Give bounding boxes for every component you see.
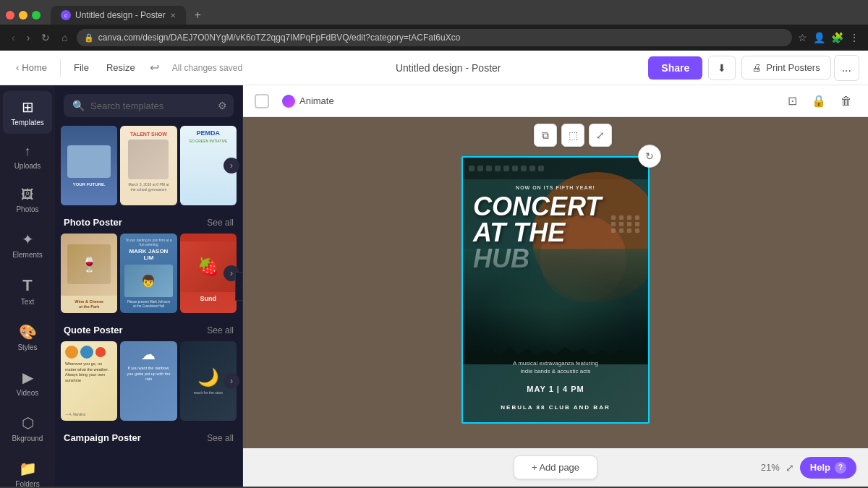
float-actions: ⧉ ⬚ ⤢ xyxy=(534,124,612,147)
more-options-button[interactable]: ... xyxy=(834,55,859,81)
poster[interactable]: NOW ON ITS FIFTH YEAR! CONCERT AT THE HU… xyxy=(461,156,650,424)
zoom-level: 21% xyxy=(761,462,780,473)
quote-carousel-next-btn[interactable]: › xyxy=(224,373,239,389)
resize-menu-button[interactable]: Resize xyxy=(99,58,142,77)
sidebar-item-uploads[interactable]: ↑ Uploads xyxy=(3,137,52,177)
sidebar-item-videos[interactable]: ▶ Videos xyxy=(3,361,52,404)
extensions-btn[interactable]: 🧩 xyxy=(831,32,843,43)
panel-collapse-btn[interactable]: ‹ xyxy=(235,272,243,301)
videos-icon: ▶ xyxy=(22,369,33,386)
tab-close-btn[interactable]: ✕ xyxy=(170,12,176,20)
saved-status: All changes saved xyxy=(172,63,242,73)
undo-button[interactable]: ↩ xyxy=(145,56,163,79)
sidebar-item-text[interactable]: T Text xyxy=(3,269,52,313)
template-quote2[interactable]: ☁ If you want the rainbow, you gotta put… xyxy=(120,341,176,421)
film-hole xyxy=(469,166,475,171)
elements-icon: ✦ xyxy=(22,231,34,248)
template-thumb-talent[interactable]: TALENT SHOW March 3, 2018 at 6 PM at the… xyxy=(120,126,176,205)
sidebar-item-folders[interactable]: 📁 Folders xyxy=(3,453,52,487)
film-hole xyxy=(538,166,544,171)
search-icon: 🔍 xyxy=(72,100,85,111)
help-icon: ? xyxy=(835,462,846,474)
profile-btn[interactable]: 👤 xyxy=(813,32,825,43)
canvas-checkbox[interactable] xyxy=(255,94,269,108)
templates-scroll[interactable]: YOUR FUTURE. TALENT SHOW March 3, 2018 a… xyxy=(55,126,242,487)
film-hole xyxy=(477,166,483,171)
url-text: canva.com/design/DAEJ7O0NYgM/vK6oTZ2qgq7… xyxy=(98,33,461,43)
browser-chrome: c Untitled design - Poster ✕ + ‹ › ↻ ⌂ 🔒… xyxy=(0,0,868,51)
browser-tab[interactable]: c Untitled design - Poster ✕ xyxy=(51,6,186,25)
campaign-poster-header: Campaign Poster See all xyxy=(61,424,237,449)
background-icon: ⬡ xyxy=(22,414,34,432)
poster-container: NOW ON ITS FIFTH YEAR! CONCERT AT THE HU… xyxy=(461,156,650,424)
poster-title-line1: CONCERT xyxy=(473,194,638,220)
window-close-btn[interactable] xyxy=(6,11,14,20)
delete-btn[interactable]: 🗑 xyxy=(836,90,856,112)
home-button[interactable]: ‹ Home xyxy=(9,58,54,77)
new-tab-button[interactable]: + xyxy=(189,6,207,25)
poster-description: A musical extravaganza featuringindie ba… xyxy=(473,359,638,375)
home-nav-btn[interactable]: ⌂ xyxy=(59,30,70,45)
template-quote1[interactable]: Wherever you go, no matter what the weat… xyxy=(61,341,117,421)
quote-poster-title: Quote Poster xyxy=(64,325,123,335)
film-hole xyxy=(495,166,501,171)
animate-button[interactable]: Animate xyxy=(275,90,341,112)
canvas-workspace: ⧉ ⬚ ⤢ xyxy=(243,117,868,448)
sidebar-item-background[interactable]: ⬡ Bkground xyxy=(3,407,52,450)
search-input[interactable] xyxy=(90,100,212,111)
uploads-icon: ↑ xyxy=(25,144,31,159)
share-button[interactable]: Share xyxy=(648,56,702,80)
window-maximize-btn[interactable] xyxy=(32,11,41,20)
poster-title-line2: AT THE xyxy=(473,220,638,246)
film-hole xyxy=(529,166,535,171)
add-page-button[interactable]: + Add page xyxy=(514,455,597,479)
browser-menu-btn[interactable]: ⋮ xyxy=(849,32,859,43)
expand-btn[interactable]: ⤢ xyxy=(589,124,612,147)
template-child-photo[interactable]: To our darling to join him at a fun even… xyxy=(120,234,176,313)
back-btn[interactable]: ‹ xyxy=(9,30,18,45)
photo-poster-header: Photo Poster See all xyxy=(61,208,237,234)
print-icon: 🖨 xyxy=(752,62,762,73)
film-hole xyxy=(503,166,509,171)
lock-icon: 🔒 xyxy=(84,33,94,43)
window-minimize-btn[interactable] xyxy=(19,11,27,20)
rotate-handle[interactable]: ↻ xyxy=(638,145,661,168)
copy-btn[interactable]: ⧉ xyxy=(534,124,557,147)
zoom-expand-btn[interactable]: ⤢ xyxy=(786,462,794,474)
bookmark-btn[interactable]: ☆ xyxy=(798,32,807,43)
photo-poster-carousel: 🍷 Wine & Cheeseat the Park xyxy=(61,234,237,313)
sidebar-item-templates[interactable]: ⊞ Templates xyxy=(3,91,52,134)
tab-favicon: c xyxy=(61,10,71,20)
poster-date: MAY 1 | 4 PM xyxy=(473,385,638,393)
file-menu-button[interactable]: File xyxy=(67,58,96,77)
template-thumb-career[interactable]: YOUR FUTURE. xyxy=(61,126,117,205)
filter-button[interactable]: ⚙ xyxy=(218,100,227,111)
print-button[interactable]: 🖨 Print Posters xyxy=(741,56,830,80)
help-button[interactable]: Help ? xyxy=(800,457,856,479)
design-title: Untitled design - Poster xyxy=(251,62,645,74)
address-bar: ‹ › ↻ ⌂ 🔒 canva.com/design/DAEJ7O0NYgM/v… xyxy=(0,25,868,51)
quote-poster-see-all[interactable]: See all xyxy=(207,325,234,335)
lock-btn[interactable]: 🔒 xyxy=(807,90,830,112)
position-btn[interactable]: ⊡ xyxy=(783,90,801,112)
carousel-next-btn[interactable]: › xyxy=(224,158,239,174)
sidebar-item-photos[interactable]: 🖼 Photos xyxy=(3,180,52,221)
url-bar[interactable]: 🔒 canva.com/design/DAEJ7O0NYgM/vK6oTZ2qg… xyxy=(77,29,792,46)
download-button[interactable]: ⬇ xyxy=(708,56,736,80)
forward-btn[interactable]: › xyxy=(24,30,33,45)
photo-poster-see-all[interactable]: See all xyxy=(207,218,234,228)
search-bar: 🔍 ⚙ xyxy=(64,94,234,117)
sidebar-item-elements[interactable]: ✦ Elements xyxy=(3,223,52,266)
film-hole xyxy=(486,166,492,171)
campaign-poster-title: Campaign Poster xyxy=(64,432,141,443)
animate-icon xyxy=(282,95,295,108)
duplicate-btn[interactable]: ⬚ xyxy=(561,124,584,147)
canva-app: ‹ Home File Resize ↩ All changes saved U… xyxy=(0,51,868,487)
carousel-images: YOUR FUTURE. TALENT SHOW March 3, 2018 a… xyxy=(61,126,237,205)
template-wine-cheese[interactable]: 🍷 Wine & Cheeseat the Park xyxy=(61,234,117,313)
campaign-poster-see-all[interactable]: See all xyxy=(207,433,234,443)
templates-icon: ⊞ xyxy=(22,98,34,116)
poster-subtitle: NOW ON ITS FIFTH YEAR! xyxy=(463,185,648,190)
refresh-btn[interactable]: ↻ xyxy=(38,30,53,45)
sidebar-item-styles[interactable]: 🎨 Styles xyxy=(3,316,52,359)
